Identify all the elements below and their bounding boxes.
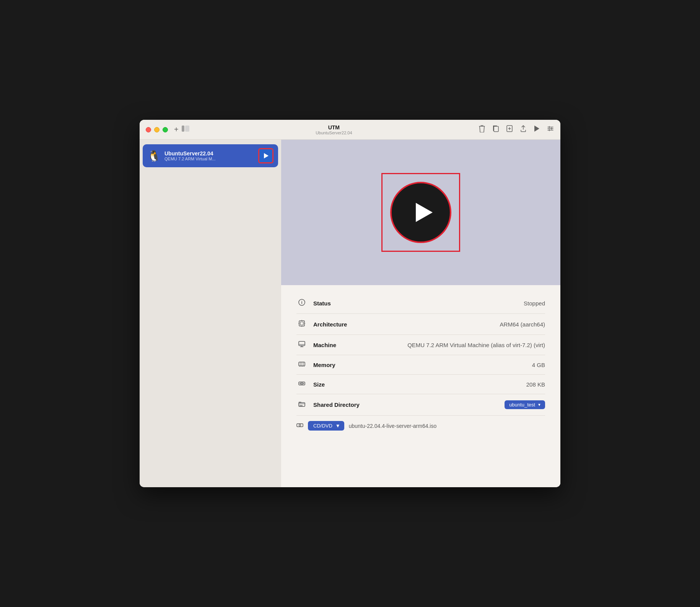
svg-rect-9: [299, 321, 304, 326]
add-vm-button[interactable]: +: [174, 125, 179, 134]
settings-button[interactable]: [547, 125, 554, 134]
cdvd-row: CD/DVD ▼ ubuntu-22.04.4-live-server-arm6…: [296, 416, 545, 436]
copy-button[interactable]: [492, 125, 499, 134]
svg-rect-10: [300, 322, 303, 325]
size-value: 208 KB: [382, 381, 545, 388]
architecture-value: ARM64 (aarch64): [382, 321, 545, 328]
minimize-button[interactable]: [154, 127, 160, 132]
chevron-down-icon: ▼: [537, 403, 541, 407]
size-icon: [296, 381, 307, 388]
svg-point-34: [301, 405, 303, 406]
machine-value: QEMU 7.2 ARM Virtual Machine (alias of v…: [382, 342, 545, 348]
delete-button[interactable]: [479, 125, 485, 134]
shared-directory-row: Shared Directory ubuntu_test ▼: [296, 394, 545, 416]
svg-text:i: i: [301, 300, 302, 305]
machine-label: Machine: [313, 342, 382, 348]
vm-list-item[interactable]: 🐧 UbuntuServer22.04 QEMU 7.2 ARM Virtual…: [143, 144, 278, 167]
play-button-toolbar[interactable]: [534, 125, 540, 134]
export-button[interactable]: [520, 125, 527, 134]
window-title: UTM: [328, 124, 340, 131]
sidebar-toggle-button[interactable]: [182, 126, 189, 134]
close-button[interactable]: [146, 127, 151, 132]
info-section: i Status Stopped: [281, 285, 560, 487]
main-content: 🐧 UbuntuServer22.04 QEMU 7.2 ARM Virtual…: [140, 140, 560, 487]
status-label: Status: [313, 300, 382, 307]
shared-directory-icon: [296, 401, 307, 409]
cdvd-label: CD/DVD: [313, 423, 332, 429]
window-subtitle: UbuntuServer22.04: [316, 131, 352, 135]
memory-value: 4 GB: [382, 362, 545, 368]
status-icon: i: [296, 299, 307, 307]
import-button[interactable]: [506, 125, 513, 134]
shared-directory-dropdown[interactable]: ubuntu_test ▼: [505, 400, 545, 409]
titlebar-center: UTM UbuntuServer22.04: [189, 124, 479, 135]
status-value: Stopped: [382, 300, 545, 307]
svg-rect-1: [185, 126, 189, 132]
titlebar: + UTM UbuntuServer22.04: [140, 120, 560, 140]
cdvd-chevron-icon: ▼: [335, 423, 340, 429]
preview-area: [281, 140, 560, 285]
svg-rect-16: [299, 344, 305, 346]
maximize-button[interactable]: [163, 127, 168, 132]
play-button-large[interactable]: [390, 182, 451, 243]
vm-info: UbuntuServer22.04 QEMU 7.2 ARM Virtual M…: [164, 150, 258, 161]
vm-play-button-sidebar[interactable]: [258, 148, 273, 163]
cdvd-filename: ubuntu-22.04.4-live-server-arm64.iso: [349, 423, 437, 429]
svg-rect-2: [494, 126, 498, 132]
shared-directory-dropdown-label: ubuntu_test: [509, 402, 535, 408]
size-row: Size 208 KB: [296, 375, 545, 394]
vm-description: QEMU 7.2 ARM Virtual M...: [164, 157, 258, 161]
cdvd-icon: [296, 422, 303, 430]
play-button-wrapper: [381, 173, 460, 252]
vm-os-icon: 🐧: [147, 150, 161, 162]
traffic-lights: [146, 127, 168, 132]
memory-row: Memory 4 GB: [296, 355, 545, 375]
shared-directory-label: Shared Directory: [313, 401, 382, 408]
svg-point-33: [300, 405, 301, 406]
vm-name: UbuntuServer22.04: [164, 150, 258, 157]
shared-directory-value: ubuntu_test ▼: [382, 400, 545, 409]
machine-icon: [296, 341, 307, 349]
architecture-label: Architecture: [313, 321, 382, 328]
sidebar: 🐧 UbuntuServer22.04 QEMU 7.2 ARM Virtual…: [140, 140, 281, 487]
svg-rect-32: [299, 403, 305, 404]
detail-panel: i Status Stopped: [281, 140, 560, 487]
svg-point-37: [300, 425, 300, 426]
memory-icon: [296, 361, 307, 368]
cdvd-dropdown[interactable]: CD/DVD ▼: [308, 421, 344, 431]
machine-row: Machine QEMU 7.2 ARM Virtual Machine (al…: [296, 335, 545, 355]
architecture-icon: [296, 320, 307, 328]
app-window: + UTM UbuntuServer22.04: [140, 120, 560, 487]
architecture-row: Architecture ARM64 (aarch64): [296, 314, 545, 335]
titlebar-actions: [479, 125, 554, 134]
svg-rect-0: [182, 126, 184, 132]
memory-label: Memory: [313, 362, 382, 368]
size-label: Size: [313, 381, 382, 388]
status-row: i Status Stopped: [296, 293, 545, 314]
svg-rect-30: [300, 383, 303, 384]
